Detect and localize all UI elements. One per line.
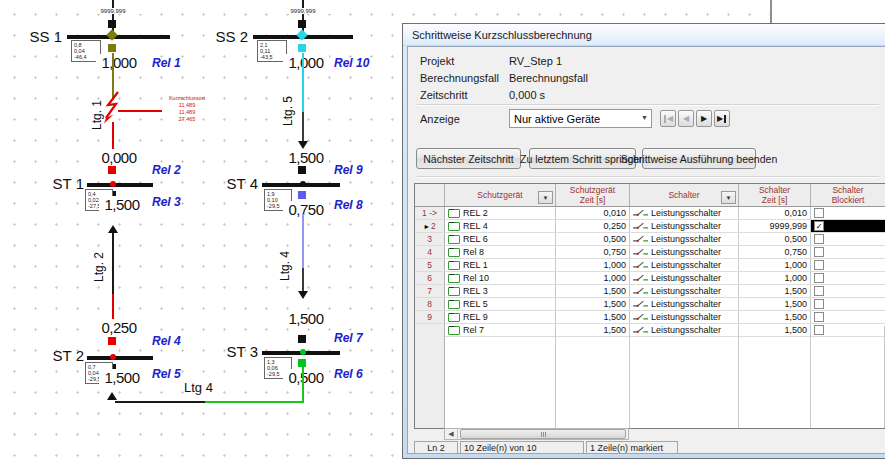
col-header-schalter-zeit[interactable]: Schalter Zeit [s] bbox=[739, 184, 811, 206]
cell-device[interactable]: REL 3 bbox=[445, 285, 556, 297]
busbar-ss1[interactable] bbox=[67, 35, 170, 39]
cell-blocked[interactable]: ✓ bbox=[811, 220, 885, 232]
col-header-schalter-blockiert[interactable]: Schalter Blockiert bbox=[811, 184, 885, 206]
breaker-square-rel7[interactable] bbox=[298, 335, 306, 343]
cell-device[interactable]: REL 6 bbox=[445, 233, 556, 245]
blocked-checkbox[interactable] bbox=[814, 273, 824, 283]
cell-device-time[interactable]: 0,010 bbox=[556, 207, 630, 219]
cell-device[interactable]: REL 9 bbox=[445, 311, 556, 323]
table-row[interactable]: 6Rel 101,000Leistungsschalter1,000 bbox=[415, 272, 885, 285]
cell-device-time[interactable]: 0,500 bbox=[556, 233, 630, 245]
cell-switch[interactable]: Leistungsschalter bbox=[630, 259, 739, 271]
table-row[interactable]: ►2REL 40,250Leistungsschalter9999,999✓ bbox=[415, 220, 885, 233]
line-ltg4v-lower[interactable] bbox=[302, 268, 304, 291]
next-timestep-button[interactable]: Nächster Zeitschritt bbox=[416, 148, 521, 169]
cell-blocked[interactable] bbox=[811, 233, 885, 245]
blocked-checkbox[interactable] bbox=[814, 208, 824, 218]
cell-device[interactable]: REL 2 bbox=[445, 207, 556, 219]
breaker-square-rel9[interactable] bbox=[298, 166, 306, 174]
cell-device-time[interactable]: 0,750 bbox=[556, 246, 630, 258]
cell-device[interactable]: Rel 8 bbox=[445, 246, 556, 258]
row-number[interactable]: 7 bbox=[415, 285, 445, 297]
cell-device[interactable]: Rel 10 bbox=[445, 272, 556, 284]
cell-device-time[interactable]: 0,250 bbox=[556, 220, 630, 232]
step-shortcircuit-dialog[interactable]: Schrittweise Kurzschlussberechnung Proje… bbox=[402, 23, 885, 459]
breaker-square-rel6[interactable] bbox=[298, 359, 306, 367]
busbar-st1[interactable] bbox=[87, 183, 153, 187]
cell-device-time[interactable]: 1,000 bbox=[556, 272, 630, 284]
cell-blocked[interactable] bbox=[811, 285, 885, 297]
cell-device-time[interactable]: 1,500 bbox=[556, 298, 630, 310]
cell-switch-time[interactable]: 0,750 bbox=[739, 246, 811, 258]
cell-switch-time[interactable]: 0,500 bbox=[739, 233, 811, 245]
line-ltg5-upper[interactable] bbox=[302, 53, 304, 112]
row-number[interactable]: 8 bbox=[415, 298, 445, 310]
protection-devices-table[interactable]: Schutzgerät ▼ Schutzgerät Zeit [s] Schal… bbox=[414, 183, 885, 429]
cell-device-time[interactable]: 1,500 bbox=[556, 285, 630, 297]
blocked-checkbox[interactable] bbox=[814, 312, 824, 322]
row-number[interactable]: 4 bbox=[415, 246, 445, 258]
blocked-checkbox[interactable]: ✓ bbox=[814, 221, 824, 231]
blocked-checkbox[interactable] bbox=[814, 234, 824, 244]
cell-switch-time[interactable]: 1,500 bbox=[739, 298, 811, 310]
line-ltg4h-right[interactable] bbox=[205, 401, 304, 403]
blocked-checkbox[interactable] bbox=[814, 247, 824, 257]
nav-next-button[interactable]: ▶ bbox=[696, 110, 712, 127]
cell-blocked[interactable] bbox=[811, 298, 885, 310]
table-row[interactable]: 9REL 91,500Leistungsschalter1,500 bbox=[415, 311, 885, 324]
dialog-titlebar[interactable]: Schrittweise Kurzschlussberechnung bbox=[403, 24, 885, 46]
cell-switch[interactable]: Leistungsschalter bbox=[630, 272, 739, 284]
cell-switch-time[interactable]: 0,010 bbox=[739, 207, 811, 219]
cell-device[interactable]: REL 1 bbox=[445, 259, 556, 271]
col-header-schutzgeraet[interactable]: Schutzgerät ▼ bbox=[445, 184, 556, 206]
line-ltg4v-upper[interactable] bbox=[302, 214, 304, 268]
breaker-square-rel8[interactable] bbox=[298, 191, 306, 199]
cell-switch[interactable]: Leistungsschalter bbox=[630, 311, 739, 323]
nav-first-button[interactable]: ◀ bbox=[660, 110, 676, 127]
anzeige-dropdown[interactable]: Nur aktive Geräte ▼ bbox=[509, 109, 652, 128]
line-ltg2-lower[interactable] bbox=[112, 294, 114, 320]
cell-switch-time[interactable]: 1,500 bbox=[739, 311, 811, 323]
row-number[interactable]: 6 bbox=[415, 272, 445, 284]
cell-switch[interactable]: Leistungsschalter bbox=[630, 207, 739, 219]
table-row[interactable]: 5REL 11,000Leistungsschalter1,000 bbox=[415, 259, 885, 272]
col-header-schalter[interactable]: Schalter ▼ bbox=[630, 184, 739, 206]
cell-device-time[interactable]: 1,500 bbox=[556, 311, 630, 323]
filter-dropdown-icon[interactable]: ▼ bbox=[721, 191, 736, 204]
busbar-st2[interactable] bbox=[87, 356, 153, 360]
cell-blocked[interactable] bbox=[811, 246, 885, 258]
cell-switch[interactable]: Leistungsschalter bbox=[630, 220, 739, 232]
table-row[interactable]: 4Rel 80,750Leistungsschalter0,750 bbox=[415, 246, 885, 259]
cell-blocked[interactable] bbox=[811, 207, 885, 219]
blocked-checkbox[interactable] bbox=[814, 299, 824, 309]
scroll-left-button[interactable]: ◀ bbox=[445, 429, 458, 439]
horizontal-scrollbar[interactable]: ◀ bbox=[444, 428, 629, 440]
cell-device[interactable]: REL 4 bbox=[445, 220, 556, 232]
table-row[interactable]: 1 ->REL 20,010Leistungsschalter0,010 bbox=[415, 207, 885, 220]
breaker-square-source-left[interactable] bbox=[108, 20, 116, 28]
cell-device-time[interactable]: 1,000 bbox=[556, 259, 630, 271]
breaker-square-rel1[interactable] bbox=[108, 44, 116, 52]
cell-blocked[interactable] bbox=[811, 311, 885, 323]
nav-last-button[interactable]: ▶ bbox=[714, 110, 730, 127]
breaker-square-rel10[interactable] bbox=[298, 44, 306, 52]
row-number[interactable]: 5 bbox=[415, 259, 445, 271]
nav-prev-button[interactable]: ◀ bbox=[678, 110, 694, 127]
line-ltg1-lower[interactable] bbox=[112, 122, 114, 150]
line-ltg4h-left[interactable] bbox=[115, 401, 205, 403]
row-number[interactable]: 3 bbox=[415, 233, 445, 245]
col-header-schutzgeraet-zeit[interactable]: Schutzgerät Zeit [s] bbox=[556, 184, 630, 206]
line-ltg4h-riser[interactable] bbox=[302, 367, 304, 403]
cell-switch[interactable]: Leistungsschalter bbox=[630, 298, 739, 310]
cell-switch-time[interactable]: 1,000 bbox=[739, 272, 811, 284]
row-number[interactable]: 1 -> bbox=[415, 207, 445, 219]
cell-switch[interactable]: Leistungsschalter bbox=[630, 285, 739, 297]
row-number[interactable]: 9 bbox=[415, 311, 445, 323]
breaker-square-source-right[interactable] bbox=[298, 20, 306, 28]
blocked-checkbox[interactable] bbox=[814, 286, 824, 296]
cell-blocked[interactable] bbox=[811, 272, 885, 284]
cell-switch[interactable]: Leistungsschalter bbox=[630, 246, 739, 258]
line-ltg2-upper[interactable] bbox=[112, 233, 114, 294]
table-row[interactable]: 7REL 31,500Leistungsschalter1,500 bbox=[415, 285, 885, 298]
blocked-checkbox[interactable] bbox=[814, 260, 824, 270]
